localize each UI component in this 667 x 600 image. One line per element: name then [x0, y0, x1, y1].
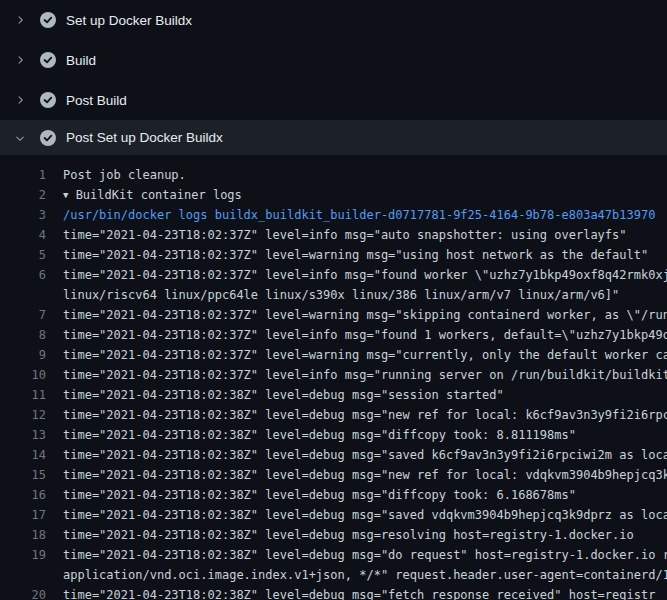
log-line: 16time="2021-04-23T18:02:38Z" level=debu… — [0, 485, 667, 505]
log-text: time="2021-04-23T18:02:37Z" level=info m… — [63, 365, 667, 385]
log-line: 15time="2021-04-23T18:02:38Z" level=debu… — [0, 465, 667, 485]
group-expand-triangle-icon: ▼ — [63, 185, 68, 205]
step-label: Post Set up Docker Buildx — [66, 130, 223, 145]
log-group-toggle[interactable]: ▼ BuildKit container logs — [63, 185, 242, 205]
log-line: 6time="2021-04-23T18:02:37Z" level=info … — [0, 265, 667, 285]
log-text: time="2021-04-23T18:02:38Z" level=debug … — [63, 425, 576, 445]
log-line: 20time="2021-04-23T18:02:38Z" level=debu… — [0, 585, 667, 600]
log-text: Post job cleanup. — [63, 165, 186, 185]
log-line: 17time="2021-04-23T18:02:38Z" level=debu… — [0, 505, 667, 525]
log-text: time="2021-04-23T18:02:37Z" level=warnin… — [63, 245, 648, 265]
log-text: time="2021-04-23T18:02:37Z" level=warnin… — [63, 345, 667, 365]
log-text: time="2021-04-23T18:02:38Z" level=debug … — [63, 545, 667, 565]
log-line: 5time="2021-04-23T18:02:37Z" level=warni… — [0, 245, 667, 265]
log-line-continuation: application/vnd.oci.image.index.v1+json,… — [0, 565, 667, 585]
log-line: 14time="2021-04-23T18:02:38Z" level=debu… — [0, 445, 667, 465]
log-lines: 1Post job cleanup.2▼ BuildKit container … — [0, 155, 667, 600]
log-line: 18time="2021-04-23T18:02:38Z" level=debu… — [0, 525, 667, 545]
log-line: 3/usr/bin/docker logs buildx_buildkit_bu… — [0, 205, 667, 225]
log-text: time="2021-04-23T18:02:37Z" level=info m… — [63, 265, 667, 285]
log-text: time="2021-04-23T18:02:38Z" level=debug … — [63, 385, 504, 405]
line-number[interactable]: 1 — [0, 165, 46, 185]
step-label: Set up Docker Buildx — [66, 13, 192, 28]
log-line: 9time="2021-04-23T18:02:37Z" level=warni… — [0, 345, 667, 365]
line-number[interactable]: 5 — [0, 245, 46, 265]
log-line: 19time="2021-04-23T18:02:38Z" level=debu… — [0, 545, 667, 565]
line-number[interactable]: 3 — [0, 205, 46, 225]
log-text: application/vnd.oci.image.index.v1+json,… — [63, 565, 667, 585]
log-line: 4time="2021-04-23T18:02:37Z" level=info … — [0, 225, 667, 245]
log-line-continuation: linux/riscv64 linux/ppc64le linux/s390x … — [0, 285, 667, 305]
line-number[interactable]: 15 — [0, 465, 46, 485]
line-number[interactable]: 4 — [0, 225, 46, 245]
step-row-setup-docker-buildx[interactable]: Set up Docker Buildx — [0, 0, 667, 40]
log-line: 1Post job cleanup. — [0, 165, 667, 185]
workflow-step-list: Set up Docker Buildx Build Post Build Po… — [0, 0, 667, 155]
line-number[interactable]: 16 — [0, 485, 46, 505]
line-number — [0, 285, 46, 305]
log-line: 12time="2021-04-23T18:02:38Z" level=debu… — [0, 405, 667, 425]
log-text: time="2021-04-23T18:02:37Z" level=info m… — [63, 225, 627, 245]
chevron-down-icon — [13, 131, 27, 145]
line-number[interactable]: 13 — [0, 425, 46, 445]
log-text: linux/riscv64 linux/ppc64le linux/s390x … — [63, 285, 619, 305]
line-number[interactable]: 19 — [0, 545, 46, 565]
line-number[interactable]: 12 — [0, 405, 46, 425]
log-line: 11time="2021-04-23T18:02:38Z" level=debu… — [0, 385, 667, 405]
line-number[interactable]: 6 — [0, 265, 46, 285]
log-text: time="2021-04-23T18:02:38Z" level=debug … — [63, 445, 667, 465]
check-circle-icon — [40, 52, 56, 68]
line-number — [0, 565, 46, 585]
log-line: 8time="2021-04-23T18:02:37Z" level=info … — [0, 325, 667, 345]
line-number[interactable]: 7 — [0, 305, 46, 325]
chevron-right-icon — [13, 13, 27, 27]
log-text: time="2021-04-23T18:02:37Z" level=warnin… — [63, 305, 667, 325]
step-row-build[interactable]: Build — [0, 40, 667, 80]
line-number[interactable]: 11 — [0, 385, 46, 405]
check-circle-icon — [40, 130, 56, 146]
log-text: time="2021-04-23T18:02:38Z" level=debug … — [63, 505, 667, 525]
step-row-post-setup-docker-buildx[interactable]: Post Set up Docker Buildx — [0, 120, 667, 155]
log-text: time="2021-04-23T18:02:38Z" level=debug … — [63, 585, 655, 600]
line-number[interactable]: 14 — [0, 445, 46, 465]
log-text: time="2021-04-23T18:02:38Z" level=debug … — [63, 525, 634, 545]
step-row-post-build[interactable]: Post Build — [0, 80, 667, 120]
line-number[interactable]: 2 — [0, 185, 46, 205]
check-circle-icon — [40, 92, 56, 108]
step-label: Post Build — [66, 93, 127, 108]
log-text: time="2021-04-23T18:02:38Z" level=debug … — [63, 485, 576, 505]
line-number[interactable]: 18 — [0, 525, 46, 545]
log-line: 7time="2021-04-23T18:02:37Z" level=warni… — [0, 305, 667, 325]
line-number[interactable]: 9 — [0, 345, 46, 365]
chevron-right-icon — [13, 53, 27, 67]
log-text: time="2021-04-23T18:02:37Z" level=info m… — [63, 325, 667, 345]
line-number[interactable]: 8 — [0, 325, 46, 345]
log-text: time="2021-04-23T18:02:38Z" level=debug … — [63, 465, 667, 485]
log-line: 2▼ BuildKit container logs — [0, 185, 667, 205]
step-label: Build — [66, 53, 96, 68]
line-number[interactable]: 10 — [0, 365, 46, 385]
log-line: 13time="2021-04-23T18:02:38Z" level=debu… — [0, 425, 667, 445]
check-circle-icon — [40, 12, 56, 28]
log-line: 10time="2021-04-23T18:02:37Z" level=info… — [0, 365, 667, 385]
chevron-right-icon — [13, 93, 27, 107]
line-number[interactable]: 20 — [0, 585, 46, 600]
line-number[interactable]: 17 — [0, 505, 46, 525]
log-text: time="2021-04-23T18:02:38Z" level=debug … — [63, 405, 667, 425]
log-command-text: /usr/bin/docker logs buildx_buildkit_bui… — [63, 205, 655, 225]
